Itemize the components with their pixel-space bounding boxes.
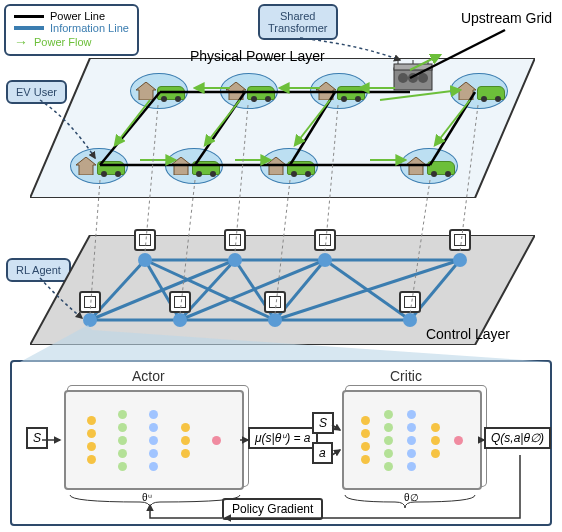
house-icon <box>265 157 287 175</box>
upstream-grid-label: Upstream Grid <box>461 10 552 26</box>
rl-agent-node <box>453 253 467 267</box>
critic-input-s: S <box>312 412 334 434</box>
physical-layer <box>30 58 535 198</box>
svg-rect-10 <box>394 64 432 70</box>
svg-point-13 <box>418 73 428 83</box>
ev-user-node <box>310 73 368 109</box>
ev-icon <box>157 86 185 100</box>
ev-user-node <box>400 148 458 184</box>
chip-icon <box>79 291 101 313</box>
chip-icon <box>224 229 246 251</box>
transformer-icon <box>388 58 438 98</box>
ev-icon <box>477 86 505 100</box>
flow-arrow-sample: → <box>14 34 28 50</box>
power-line-sample <box>14 15 44 18</box>
house-icon <box>75 157 97 175</box>
chip-icon <box>399 291 421 313</box>
callout-transformer: Shared Transformer <box>258 4 338 40</box>
actor-nn <box>64 390 244 490</box>
ev-user-node <box>165 148 223 184</box>
ev-icon <box>247 86 275 100</box>
svg-point-11 <box>398 73 408 83</box>
ev-user-node <box>220 73 278 109</box>
control-layer-label: Control Layer <box>426 326 510 342</box>
rl-agent-node <box>173 313 187 327</box>
legend: Power Line Information Line → Power Flow <box>4 4 139 56</box>
ev-icon <box>192 161 220 175</box>
legend-row-power: Power Line <box>14 10 129 22</box>
ev-user-node <box>450 73 508 109</box>
rl-agent-node <box>403 313 417 327</box>
rl-agent-node <box>228 253 242 267</box>
rl-agent-node <box>83 313 97 327</box>
house-icon <box>170 157 192 175</box>
critic-input-a: a <box>312 442 333 464</box>
legend-label-flow: Power Flow <box>34 36 91 48</box>
ev-icon <box>97 161 125 175</box>
actor-input-s: S <box>26 427 48 449</box>
svg-marker-8 <box>406 157 426 175</box>
rl-agent-node <box>138 253 152 267</box>
svg-marker-3 <box>316 82 336 100</box>
critic-nn <box>342 390 482 490</box>
ev-user-node <box>70 148 128 184</box>
svg-marker-1 <box>136 82 156 100</box>
house-icon <box>405 157 427 175</box>
house-icon <box>455 82 477 100</box>
physical-layer-label: Physical Power Layer <box>190 48 325 64</box>
house-icon <box>135 82 157 100</box>
ev-icon <box>337 86 365 100</box>
chip-icon <box>134 229 156 251</box>
chip-icon <box>449 229 471 251</box>
legend-label-info: Information Line <box>50 22 129 34</box>
nn-graph-icon <box>354 402 470 478</box>
ev-icon <box>427 161 455 175</box>
ev-user-node <box>260 148 318 184</box>
info-line-sample <box>14 26 44 30</box>
rl-agent-node <box>268 313 282 327</box>
svg-marker-7 <box>266 157 286 175</box>
chip-icon <box>314 229 336 251</box>
house-icon <box>315 82 337 100</box>
ev-icon <box>287 161 315 175</box>
ev-user-node <box>130 73 188 109</box>
chip-icon <box>264 291 286 313</box>
theta-mu-label: θᵘ <box>142 492 152 503</box>
actor-label: Actor <box>132 368 165 384</box>
legend-row-flow: → Power Flow <box>14 34 129 50</box>
svg-point-12 <box>408 73 418 83</box>
theta-q-label: θ∅ <box>404 492 419 503</box>
svg-marker-6 <box>171 157 191 175</box>
actor-critic-panel: Actor Critic S μ(s|θᵘ) = a S a Q(s,a|θ∅)… <box>10 360 552 526</box>
actor-output: μ(s|θᵘ) = a <box>248 427 318 449</box>
critic-label: Critic <box>390 368 422 384</box>
rl-agent-node <box>318 253 332 267</box>
svg-marker-2 <box>226 82 246 100</box>
critic-output: Q(s,a|θ∅) <box>484 427 551 449</box>
nn-graph-icon <box>76 402 232 478</box>
chip-icon <box>169 291 191 313</box>
svg-marker-4 <box>456 82 476 100</box>
svg-marker-5 <box>76 157 96 175</box>
legend-row-info: Information Line <box>14 22 129 34</box>
legend-label-power: Power Line <box>50 10 105 22</box>
callout-transformer-text: Shared Transformer <box>268 10 328 34</box>
house-icon <box>225 82 247 100</box>
policy-gradient-box: Policy Gradient <box>222 498 323 520</box>
